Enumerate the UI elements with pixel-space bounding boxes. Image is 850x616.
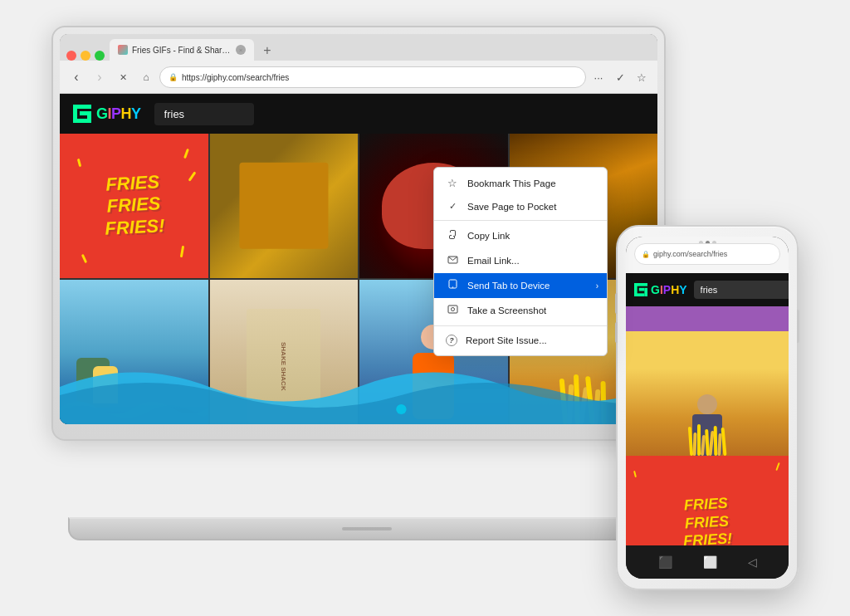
menu-button[interactable]: ··· (589, 68, 608, 86)
browser-chrome: Fries GIFs - Find & Share on Gi... × + ‹… (60, 34, 657, 94)
svg-rect-13 (644, 288, 647, 296)
giphy-header: GIPHY (60, 94, 657, 134)
svg-point-8 (452, 286, 452, 287)
laptop: Fries GIFs - Find & Share on Gi... × + ‹… (51, 26, 682, 540)
send-device-label: Send Tab to Device (467, 281, 550, 291)
url-text: https://giphy.com/search/fries (182, 73, 289, 82)
giphy-logo-text: GIPHY (96, 105, 141, 123)
bookmark-button[interactable]: ☆ (633, 68, 651, 86)
laptop-trackpad (342, 527, 392, 530)
gif-hands-visual (210, 134, 359, 278)
pocket-label: Save Page to Pocket (467, 202, 556, 212)
email-link-label: Email Link... (467, 256, 520, 266)
address-bar[interactable]: 🔒 https://giphy.com/search/fries (159, 66, 586, 88)
menu-item-pocket[interactable]: ✓ Save Page to Pocket (434, 195, 607, 218)
laptop-base (68, 517, 666, 540)
svg-rect-9 (448, 306, 457, 313)
report-icon: ? (446, 335, 457, 346)
phone-giphy-header: GIPHY (626, 273, 789, 306)
browser-tabs: Fries GIFs - Find & Share on Gi... × + (60, 34, 657, 61)
phone-fries-background (626, 381, 789, 456)
phone-url-bar[interactable]: 🔒 giphy.com/search/fries (634, 243, 780, 265)
traffic-light-green[interactable] (95, 51, 105, 61)
laptop-screen-housing: Fries GIFs - Find & Share on Gi... × + ‹… (51, 26, 666, 441)
menu-item-screenshot[interactable]: Take a Screenshot (434, 298, 607, 323)
svg-rect-14 (634, 293, 644, 296)
bookmark-label: Bookmark This Page (467, 178, 556, 188)
traffic-lights (66, 51, 105, 61)
menu-separator-2 (434, 325, 607, 326)
phone-volume-up (615, 293, 618, 314)
new-tab-button[interactable]: + (257, 41, 277, 61)
phone-gif-fries: FRIES FRIES FRIES! (626, 456, 789, 545)
gif-cell-cartoon (60, 280, 208, 424)
svg-rect-2 (87, 111, 91, 123)
send-device-icon (446, 279, 459, 292)
home-button[interactable]: ⌂ (136, 67, 156, 87)
phone-giphy-logo: GIPHY (634, 283, 687, 296)
svg-rect-12 (634, 283, 647, 286)
phone-housing: 🔒 giphy.com/search/fries (616, 225, 799, 590)
fries-animated-text: FRIES FRIES FRIES! (102, 172, 165, 241)
gif-cell-shake: SHAKE SHACK (210, 280, 359, 424)
phone-content: FRIES FRIES FRIES! (626, 306, 789, 545)
phone-power-button (797, 310, 799, 343)
menu-item-copy-link[interactable]: Copy Link (434, 223, 607, 248)
browser-tab-active[interactable]: Fries GIFs - Find & Share on Gi... × (110, 39, 254, 61)
copy-link-icon (446, 229, 459, 242)
svg-rect-1 (73, 105, 91, 109)
phone-lock-icon: 🔒 (642, 251, 650, 258)
giphy-logo: GIPHY (73, 105, 141, 123)
phone-volume-down (615, 322, 618, 343)
browser-content: GIPHY FRIES FRIES FRIES! (60, 94, 657, 424)
menu-item-report[interactable]: ? Report Site Issue... (434, 329, 607, 352)
gif-cell-hands (210, 134, 359, 278)
screenshot-label: Take a Screenshot (467, 306, 546, 315)
forward-button[interactable]: › (90, 67, 110, 87)
phone-nav-home-icon[interactable]: ⬜ (703, 555, 717, 569)
phone-purple-banner (626, 306, 789, 331)
gif-cell-fries-text: FRIES FRIES FRIES! (60, 134, 208, 278)
phone-nav-back-icon[interactable]: ⬛ (658, 555, 672, 569)
phone-nav-recent-icon[interactable]: ◁ (748, 555, 757, 569)
giphy-logo-icon (73, 105, 91, 123)
phone-fries-text: FRIES FRIES FRIES! (681, 494, 733, 545)
security-lock-icon: 🔒 (169, 73, 178, 81)
phone-giphy-logo-icon (634, 283, 647, 296)
phone-search-input[interactable] (694, 281, 789, 299)
phone-browser-chrome: 🔒 giphy.com/search/fries (626, 237, 789, 273)
svg-rect-15 (639, 288, 645, 291)
back-button[interactable]: ‹ (66, 67, 86, 87)
tab-close-button[interactable]: × (236, 45, 246, 55)
pocket-button[interactable]: ✓ (611, 68, 629, 86)
menu-item-send-device[interactable]: Send Tab to Device › (434, 273, 607, 298)
phone-gif-man (626, 331, 789, 456)
pocket-icon: ✓ (446, 201, 459, 212)
screenshot-icon (446, 304, 459, 317)
phone-logo-text: GIPHY (651, 283, 687, 296)
shake-cup: SHAKE SHACK (247, 309, 320, 424)
menu-item-bookmark[interactable]: ☆ Bookmark This Page (434, 171, 607, 195)
svg-rect-4 (80, 111, 87, 115)
fries-deco-1 (775, 462, 779, 471)
menu-separator-1 (434, 220, 607, 221)
traffic-light-red[interactable] (66, 51, 76, 61)
laptop-screen-bezel: Fries GIFs - Find & Share on Gi... × + ‹… (60, 34, 657, 424)
email-icon (446, 254, 459, 267)
svg-rect-3 (73, 119, 87, 123)
gif-shake-visual: SHAKE SHACK (210, 280, 359, 424)
reload-button[interactable]: ✕ (113, 67, 133, 87)
svg-point-10 (451, 308, 454, 311)
report-label: Report Site Issue... (466, 335, 547, 345)
scene: Fries GIFs - Find & Share on Gi... × + ‹… (51, 26, 799, 590)
phone: 🔒 giphy.com/search/fries (616, 225, 799, 590)
browser-toolbar: ‹ › ✕ ⌂ 🔒 https://giphy.com/search/fries… (60, 61, 657, 94)
tab-title: Fries GIFs - Find & Share on Gi... (132, 46, 232, 55)
copy-link-label: Copy Link (467, 231, 510, 241)
phone-url-text: giphy.com/search/fries (653, 250, 727, 258)
phone-screen: 🔒 giphy.com/search/fries (626, 237, 789, 579)
giphy-search-input[interactable] (154, 103, 254, 125)
menu-item-email-link[interactable]: Email Link... (434, 248, 607, 273)
tab-favicon (118, 45, 128, 55)
traffic-light-yellow[interactable] (81, 51, 90, 61)
